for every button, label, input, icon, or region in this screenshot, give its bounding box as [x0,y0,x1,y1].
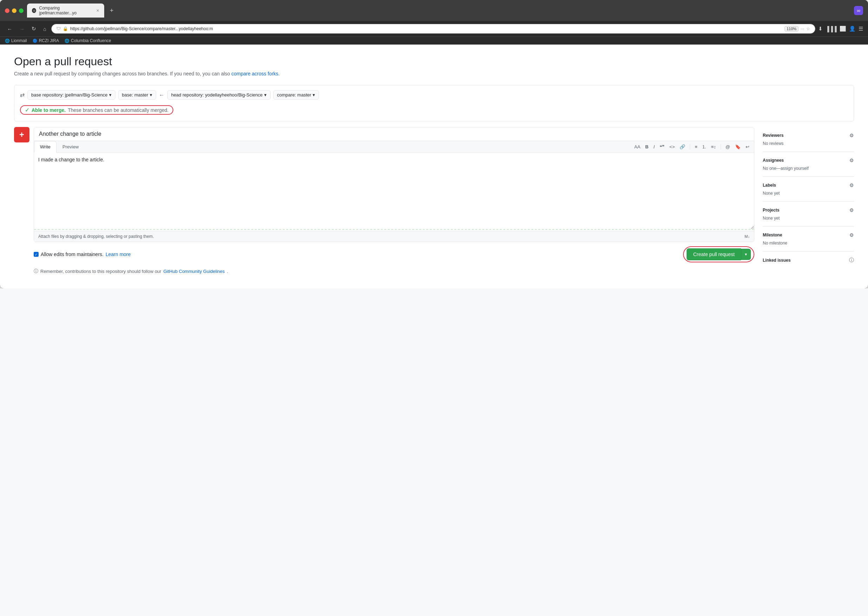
close-dot[interactable] [5,8,9,13]
forward-button[interactable]: → [17,25,27,33]
linked-issues-info-icon[interactable]: ⓘ [849,257,854,264]
base-repo-label: base repository: jpellman/Big-Science [31,92,108,97]
labels-gear-icon[interactable]: ⚙ [849,182,854,188]
pr-form-header: + Write Preview AA [14,127,754,242]
merge-message: These branches can be automatically merg… [68,107,168,113]
reviewers-title: Reviewers [763,133,783,138]
sidebar-section-assignees: Assignees ⚙ No one—assign yourself [763,152,854,177]
reviewers-value: No reviews [763,141,854,146]
toolbar-reference-btn[interactable]: 🔖 [733,143,742,151]
bookmarks-bar: 🌐 Lionmail 🔵 RCZI JIRA 🌐 Columbia Conflu… [0,36,868,44]
browser-dots [5,8,24,13]
info-icon: ⓘ [34,268,38,274]
sidebar-projects-header: Projects ⚙ [763,207,854,213]
compare-branch-label: compare: master [277,92,311,97]
base-branch-label: base: master [122,92,148,97]
tab-close-icon[interactable]: ✕ [96,8,99,13]
sidebar-section-reviewers: Reviewers ⚙ No reviews [763,127,854,152]
toolbar-task-list-btn[interactable]: ≡↕ [709,143,718,151]
columbia-label: Columbia Confluence [71,38,111,43]
toolbar-quote-btn[interactable]: ❝❞ [658,143,666,151]
compare-bar: ⇄ base repository: jpellman/Big-Science … [14,85,854,121]
toolbar-separator-1 [690,144,690,149]
attach-files-area[interactable]: Attach files by dragging & dropping, sel… [34,231,754,242]
projects-gear-icon[interactable]: ⚙ [849,207,854,213]
minimize-dot[interactable] [12,8,16,13]
toolbar-bold-btn[interactable]: B [643,143,650,151]
community-guidelines-link[interactable]: GitHub Community Guidelines [164,269,225,274]
create-pr-dropdown-button[interactable]: ▾ [741,249,751,260]
toolbar-code-btn[interactable]: <> [668,143,676,151]
bookmark-columbia[interactable]: 🌐 Columbia Confluence [64,38,111,43]
account-icon[interactable]: 👤 [849,26,856,32]
pr-title-input[interactable] [34,127,754,141]
reader-view-icon[interactable]: ⬜ [840,26,846,32]
reload-button[interactable]: ↻ [30,24,38,33]
create-pull-request-button[interactable]: Create pull request [687,248,741,260]
new-tab-button[interactable]: + [108,7,116,14]
pr-editor: Write Preview AA B I ❝❞ <> � [34,127,754,242]
toolbar-ordered-list-btn[interactable]: 1. [701,143,708,151]
labels-value: None yet [763,191,854,196]
head-repo-chevron: ▾ [264,92,267,97]
download-icon[interactable]: ⬇ [818,26,823,32]
more-options-icon[interactable]: ··· [800,26,804,31]
sidebar-assignees-header: Assignees ⚙ [763,157,854,163]
merge-status-annotation: ✓ Able to merge. These branches can be a… [20,105,173,115]
tab-preview[interactable]: Preview [57,141,85,152]
assignees-gear-icon[interactable]: ⚙ [849,157,854,163]
sidebar-milestone-header: Milestone ⚙ [763,232,854,238]
head-repo-select[interactable]: head repository: yodellayheehoo/Big-Scie… [167,90,270,100]
compare-forks-link[interactable]: compare across forks. [231,71,280,77]
sidebar-section-milestone: Milestone ⚙ No milestone [763,226,854,251]
toolbar-unordered-list-btn[interactable]: ≡ [693,143,699,151]
fullscreen-dot[interactable] [19,8,24,13]
bookmark-rczi-jira[interactable]: 🔵 RCZI JIRA [33,38,59,43]
browser-tab-active[interactable]: ⊙ Comparing jpellman:master...yo ✕ [27,3,104,17]
page-subtitle: Create a new pull request by comparing c… [14,71,854,77]
home-button[interactable]: ⌂ [41,25,49,33]
address-bar[interactable]: 🛡 🔒 https://github.com/jpellman/Big-Scie… [51,24,815,34]
allow-edits-checkbox[interactable]: ✓ [34,252,39,257]
sidebar-section-labels: Labels ⚙ None yet [763,177,854,202]
editor-toolbar: AA B I ❝❞ <> 🔗 ≡ 1. ≡↕ [630,141,754,152]
allow-edits-label: Allow edits from maintainers. [41,251,104,257]
base-branch-select[interactable]: base: master ▾ [118,90,156,100]
create-pr-btn-annotation: Create pull request ▾ [683,246,754,262]
toolbar-link-btn[interactable]: 🔗 [678,143,687,151]
projects-title: Projects [763,207,779,212]
browser-extension-icon[interactable]: ∞ [854,6,863,15]
tab-write[interactable]: Write [34,141,57,152]
github-favicon: ⊙ [32,8,36,13]
milestone-title: Milestone [763,233,782,237]
base-repo-select[interactable]: base repository: jpellman/Big-Science ▾ [27,90,115,100]
reviewers-gear-icon[interactable]: ⚙ [849,133,854,138]
reading-list-icon[interactable]: ▐▐▐ [826,26,837,32]
base-branch-chevron: ▾ [150,92,152,97]
sidebar-linked-issues-header: Linked issues ⓘ [763,257,854,264]
milestone-gear-icon[interactable]: ⚙ [849,232,854,238]
labels-title: Labels [763,183,776,188]
compare-branch-select[interactable]: compare: master ▾ [273,90,319,100]
attach-files-text: Attach files by dragging & dropping, sel… [38,234,154,239]
toolbar-reply-btn[interactable]: ↩ [744,143,751,151]
head-repo-label: head repository: yodellayheehoo/Big-Scie… [171,92,263,97]
menu-icon[interactable]: ☰ [859,26,863,32]
bookmark-icon[interactable]: ☆ [806,26,810,31]
pr-body-textarea[interactable]: I made a change to the article. [34,152,754,230]
allow-edits-link[interactable]: Learn more [105,251,131,257]
create-pr-btn-group: Create pull request ▾ [687,248,751,260]
toolbar-heading-btn[interactable]: AA [632,143,642,151]
back-button[interactable]: ← [5,25,14,33]
sidebar-section-projects: Projects ⚙ None yet [763,202,854,226]
toolbar-italic-btn[interactable]: I [651,143,656,151]
url-text: https://github.com/jpellman/Big-Science/… [70,26,782,31]
linked-issues-title: Linked issues [763,258,791,263]
toolbar-separator-2 [721,144,721,149]
lionmail-icon: 🌐 [5,39,10,43]
remember-note: ⓘ Remember, contributions to this reposi… [14,268,754,274]
toolbar-mention-btn[interactable]: @ [724,143,732,151]
pr-avatar: + [14,127,30,142]
bookmark-lionmail[interactable]: 🌐 Lionmail [5,38,27,43]
main-layout: + Write Preview AA [14,127,854,274]
